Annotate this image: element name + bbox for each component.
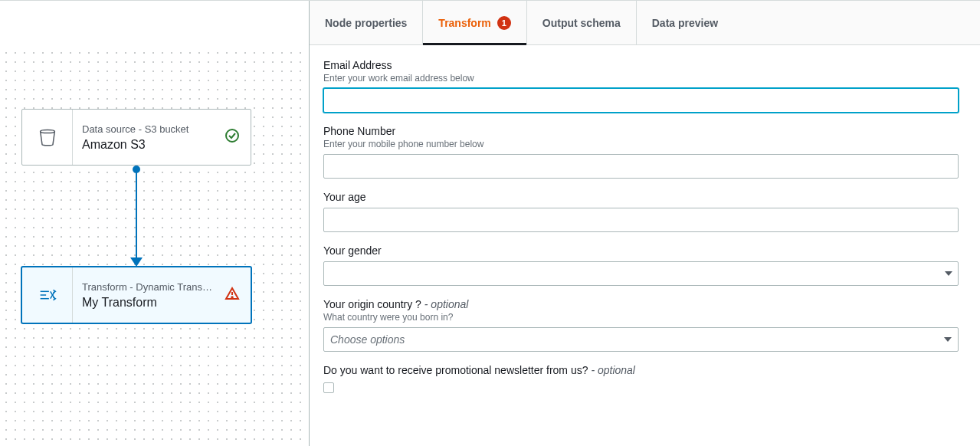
field-phone: Phone Number Enter your mobile phone num… (323, 125, 959, 179)
node-body: Data source - S3 bucket Amazon S3 (73, 110, 251, 165)
field-label: Do you want to receive promotional newsl… (323, 364, 959, 376)
bucket-icon (36, 126, 59, 149)
status-ok-icon (225, 128, 240, 146)
field-help: What country were you born in? (323, 312, 959, 323)
field-label: Your origin country ? - optional (323, 298, 959, 310)
field-label-text: Do you want to receive promotional newsl… (323, 364, 591, 376)
email-input[interactable] (323, 88, 959, 113)
field-email: Email Address Enter your work email addr… (323, 59, 959, 113)
origin-country-select[interactable]: Choose options (323, 327, 959, 352)
tab-data-preview[interactable]: Data preview (637, 1, 733, 44)
edge-line (136, 169, 137, 261)
details-panel: Node properties Transform 1 Output schem… (310, 1, 980, 446)
node-name-label: Amazon S3 (82, 138, 217, 152)
age-input[interactable] (323, 208, 959, 232)
tab-node-properties[interactable]: Node properties (310, 1, 423, 44)
svg-point-2 (231, 297, 233, 298)
tab-output-schema[interactable]: Output schema (527, 1, 637, 44)
chevron-down-icon (944, 337, 952, 342)
field-label: Your gender (323, 244, 959, 257)
node-type-label: Transform - Dynamic Trans… (82, 281, 217, 293)
tab-bar: Node properties Transform 1 Output schem… (310, 1, 980, 45)
field-label: Your age (323, 191, 959, 203)
field-age: Your age (323, 191, 959, 232)
transform-icon (36, 284, 59, 307)
node-body: Transform - Dynamic Trans… My Transform (73, 267, 251, 323)
graph-node-s3-source[interactable]: Data source - S3 bucket Amazon S3 (21, 109, 251, 166)
field-origin-country: Your origin country ? - optional What co… (323, 298, 959, 352)
tab-transform[interactable]: Transform 1 (423, 1, 526, 44)
field-label: Email Address (323, 59, 959, 71)
svg-point-0 (226, 130, 238, 142)
transform-form: Email Address Enter your work email addr… (310, 45, 980, 446)
field-label: Phone Number (323, 125, 959, 137)
node-type-label: Data source - S3 bucket (82, 123, 217, 135)
select-placeholder: Choose options (330, 333, 405, 346)
status-warning-icon (225, 286, 240, 304)
node-icon-col (22, 267, 73, 323)
optional-tag: - optional (591, 364, 635, 376)
phone-input[interactable] (323, 154, 959, 179)
tab-badge: 1 (497, 16, 511, 30)
tab-label: Transform (438, 17, 490, 29)
tab-label: Data preview (652, 17, 718, 29)
node-name-label: My Transform (82, 296, 217, 310)
optional-tag: - optional (424, 298, 469, 310)
edge-arrow-icon (130, 257, 143, 267)
field-newsletter: Do you want to receive promotional newsl… (323, 364, 959, 396)
field-help: Enter your work email address below (323, 73, 959, 84)
tab-label: Output schema (542, 17, 621, 29)
field-label-text: Your origin country ? (323, 298, 424, 310)
newsletter-checkbox[interactable] (323, 382, 334, 393)
graph-canvas[interactable]: Data source - S3 bucket Amazon S3 (0, 1, 310, 446)
gender-select[interactable] (323, 261, 959, 286)
tab-label: Node properties (325, 17, 407, 29)
node-icon-col (22, 110, 73, 165)
field-gender: Your gender (323, 244, 959, 286)
canvas-dot-grid (0, 47, 309, 446)
field-help: Enter your mobile phone number below (323, 139, 959, 149)
graph-node-my-transform[interactable]: Transform - Dynamic Trans… My Transform (21, 267, 251, 323)
page-root: Data source - S3 bucket Amazon S3 (0, 0, 980, 446)
